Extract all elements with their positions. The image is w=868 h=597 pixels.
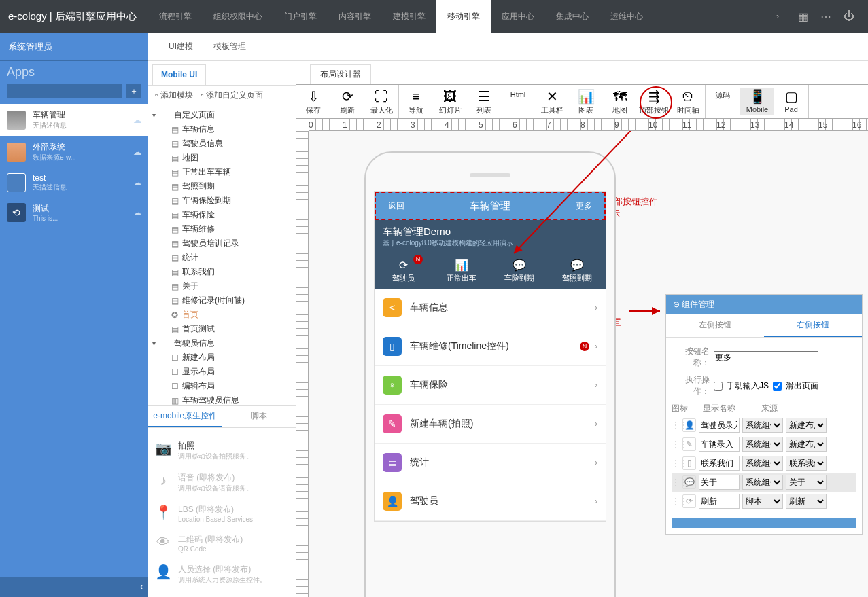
toolbar-button[interactable]: ⇩保存 [296, 88, 330, 115]
bottom-tab[interactable]: 脚本 [222, 406, 296, 427]
row-icon[interactable]: ▯ [682, 456, 696, 470]
row-icon[interactable]: ⟳ [682, 494, 696, 508]
tree-node[interactable]: ☐新建布局 [152, 350, 292, 365]
quick-button[interactable]: ⟳驾驶员N [375, 253, 432, 289]
tree-node[interactable]: ▤车辆保险到期 [152, 194, 292, 208]
tree-node[interactable]: ▾自定义页面 [152, 108, 292, 122]
tree-node[interactable]: ▤统计 [152, 251, 292, 265]
drag-icon[interactable]: ⋮⋮ [672, 458, 680, 468]
toolbar-button[interactable]: ⟳刷新 [330, 88, 364, 115]
tree-node[interactable]: ▤车辆维修 [152, 222, 292, 236]
toolbar-button[interactable]: ⇶顶部按钮 [637, 88, 671, 115]
mobile-ui-tab[interactable]: Mobile UI [152, 64, 206, 85]
tree-node[interactable]: ▾驾驶员信息 [152, 336, 292, 350]
target-select[interactable]: 联系我们 [786, 456, 827, 471]
display-name-input[interactable] [699, 494, 740, 509]
row-icon[interactable]: 💬 [682, 475, 696, 489]
source-select[interactable]: 系统组件 [742, 456, 783, 471]
source-select[interactable]: 系统组件 [742, 437, 783, 452]
back-button[interactable]: 返回 [376, 200, 417, 212]
source-select[interactable]: 脚本 [742, 494, 783, 509]
display-name-input[interactable] [699, 475, 740, 490]
more-button[interactable]: 更多 [563, 200, 604, 212]
toolbar-button[interactable]: ≡导航 [399, 88, 433, 115]
tree-node[interactable]: ▤首页测试 [152, 322, 292, 336]
list-item[interactable]: ▤统计› [375, 444, 606, 482]
add-app-button[interactable]: ＋ [126, 84, 141, 98]
app-item[interactable]: ⟲测试This is...☁ [0, 198, 148, 228]
tree-node[interactable]: ▥车辆驾驶员信息 [152, 393, 292, 405]
more-icon[interactable]: ⋯ [820, 10, 831, 23]
nav-chevron[interactable]: › [771, 12, 784, 21]
app-search-input[interactable] [7, 84, 122, 98]
drag-icon[interactable]: ⋮⋮ [672, 439, 680, 449]
top-tab[interactable]: 门户引擎 [273, 0, 328, 33]
toolbar-button[interactable]: Html [501, 88, 535, 115]
top-tab[interactable]: 集成中心 [545, 0, 600, 33]
tool-link[interactable]: ▫ 添加模块 [155, 90, 193, 101]
button-row[interactable]: ⋮⋮✎系统组件新建布局 [672, 435, 856, 454]
collapse-sidebar[interactable]: ‹ [0, 577, 148, 597]
drag-icon[interactable]: ⋮⋮ [672, 496, 680, 506]
tree-node[interactable]: ☐编辑布局 [152, 379, 292, 393]
add-row-bar[interactable] [672, 518, 856, 528]
button-row[interactable]: ⋮⋮▯系统组件联系我们 [672, 454, 856, 473]
toolbar-button[interactable]: ⏲时间轴 [671, 88, 705, 115]
button-row[interactable]: ⋮⋮⟳脚本刷新 [672, 492, 856, 511]
list-item[interactable]: <车辆信息› [375, 289, 606, 327]
row-icon[interactable]: 👤 [682, 418, 696, 432]
list-item[interactable]: ♀车辆保险› [375, 366, 606, 405]
comp-subtab[interactable]: 右侧按钮 [764, 314, 862, 337]
tree-node[interactable]: ▤地图 [152, 151, 292, 165]
tree-node[interactable]: ▤维修记录(时间轴) [152, 293, 292, 308]
component-panel[interactable]: ⊝ 组件管理 左侧按钮右侧按钮 按钮名称： 执行操作： 手动输入JS 滑出页面 … [665, 294, 863, 535]
tree-node[interactable]: ▤联系我们 [152, 265, 292, 279]
quick-button[interactable]: 📊正常出车 [432, 253, 490, 289]
display-name-input[interactable] [699, 456, 740, 471]
app-item[interactable]: 车辆管理无描述信息☁ [0, 104, 148, 136]
top-tab[interactable]: 运维中心 [600, 0, 654, 33]
drag-icon[interactable]: ⋮⋮ [672, 477, 680, 487]
toolbar-button[interactable]: ☰列表 [467, 88, 501, 115]
btn-name-input[interactable] [714, 351, 818, 363]
tree-node[interactable]: ▤车辆信息 [152, 122, 292, 137]
display-name-input[interactable] [699, 437, 740, 452]
target-select[interactable]: 刷新 [786, 494, 827, 509]
tree-node[interactable]: ▤车辆保险 [152, 208, 292, 222]
list-item[interactable]: ▯车辆维修(Timeline控件)N› [375, 327, 606, 366]
tree-node[interactable]: ▤正常出车车辆 [152, 165, 292, 179]
source-select[interactable]: 系统组件 [742, 475, 783, 490]
toolbar-button[interactable]: 📱Mobile [740, 88, 774, 115]
top-tab[interactable]: 移动引擎 [436, 0, 491, 33]
layout-designer-tab[interactable]: 布局设计器 [310, 64, 371, 84]
toolbar-button[interactable]: 🗺地图 [603, 88, 637, 115]
second-tab[interactable]: UI建模 [169, 41, 193, 52]
bottom-tab[interactable]: e-mobile原生控件 [148, 406, 222, 427]
toolbar-button[interactable]: ⛶最大化 [364, 88, 398, 115]
toolbar-button[interactable]: 源码 [706, 88, 740, 115]
top-tab[interactable]: 流程引擎 [148, 0, 203, 33]
app-item[interactable]: 外部系统数据来源e-w...☁ [0, 136, 148, 168]
comp-subtab[interactable]: 左侧按钮 [666, 314, 764, 337]
display-name-input[interactable] [699, 418, 740, 433]
toolbar-button[interactable]: 🖼幻灯片 [433, 88, 467, 115]
tree-node[interactable]: ▤驾驶员信息 [152, 137, 292, 151]
top-tab[interactable]: 应用中心 [491, 0, 545, 33]
tree-node[interactable]: ▤驾照到期 [152, 179, 292, 194]
tree-node[interactable]: ☐显示布局 [152, 365, 292, 379]
app-item[interactable]: test无描述信息☁ [0, 168, 148, 198]
quick-button[interactable]: 💬驾照到期 [548, 253, 606, 289]
button-row[interactable]: ⋮⋮👤系统组件新建布局 [672, 416, 856, 435]
slide-out-check[interactable] [773, 382, 782, 391]
quick-button[interactable]: 💬车险到期 [490, 253, 548, 289]
source-select[interactable]: 系统组件 [742, 418, 783, 433]
tree-node[interactable]: ▤驾驶员培训记录 [152, 236, 292, 251]
tool-link[interactable]: ▫ 添加自定义页面 [201, 90, 264, 101]
top-tab[interactable]: 建模引擎 [382, 0, 436, 33]
toolbar-button[interactable]: ▢Pad [774, 88, 808, 115]
apps-grid-icon[interactable]: ▦ [798, 10, 808, 23]
tree-node[interactable]: ▤关于 [152, 279, 292, 293]
phone-topbar[interactable]: 返回 车辆管理 更多 [375, 192, 606, 220]
toolbar-button[interactable]: ✕工具栏 [535, 88, 569, 115]
toolbar-button[interactable]: 📊图表 [569, 88, 603, 115]
